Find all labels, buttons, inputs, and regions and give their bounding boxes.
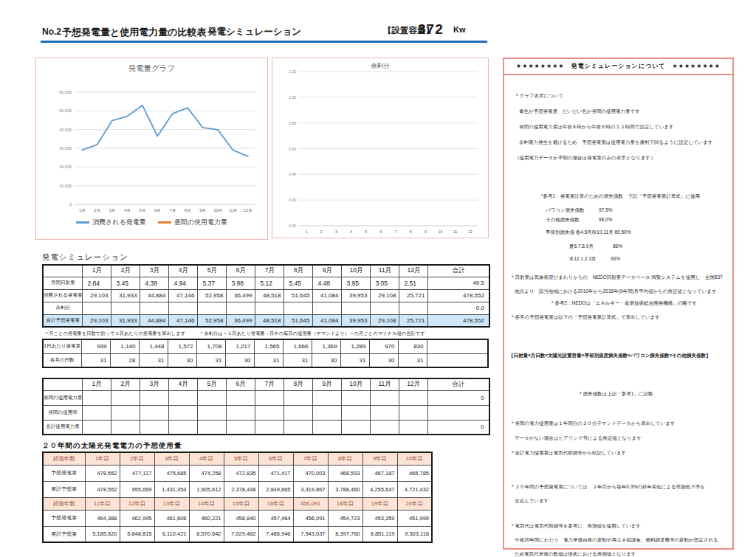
- page-title: 予想発電量と使用電力量の比較表: [62, 26, 207, 39]
- table-cell: 451,999: [397, 510, 432, 526]
- table-cell: 31: [340, 353, 369, 367]
- table-cell: 39,953: [342, 289, 371, 302]
- legend-label: 昼間の使用電力量: [174, 218, 227, 227]
- column-header: 13年目: [154, 497, 189, 510]
- row-label: 1日あたり発電量: [43, 339, 81, 353]
- svg-text:3: 3: [335, 229, 337, 234]
- table-cell: 5,185,820: [85, 526, 120, 542]
- column-header: 5月: [198, 265, 227, 277]
- column-header: 12年目: [120, 497, 154, 510]
- column-header: 3月: [140, 265, 169, 277]
- table-cell: [284, 405, 313, 420]
- row-label: 各月の日数: [43, 353, 81, 367]
- table-cell: 8,397,760: [328, 526, 362, 542]
- column-header: 4月: [169, 265, 198, 277]
- column-header: 8月: [284, 378, 313, 390]
- table-cell: 1,708: [196, 339, 225, 353]
- svg-text:5月: 5月: [140, 208, 146, 213]
- svg-text:30,000: 30,000: [59, 146, 72, 151]
- column-header: [43, 378, 83, 390]
- column-header: 8月: [284, 265, 313, 277]
- svg-text:8月: 8月: [185, 208, 191, 213]
- column-header: 4年目: [189, 452, 224, 465]
- info-line: ＊合計電力使用量は電気代明細等から転記しています: [510, 450, 732, 456]
- table-cell: 4.38: [140, 277, 169, 289]
- table-cell: 4,255,647: [362, 481, 397, 497]
- table-cell: [342, 390, 371, 405]
- table-cell: 4.48: [313, 277, 342, 289]
- table-cell: 1,217: [225, 339, 254, 353]
- table-row: 昼間の使用電力量0: [43, 390, 489, 405]
- row-label: 予想発電量: [43, 510, 85, 526]
- header-row: 1月2月3月4月5月6月7月8月9月10月11月12月合計: [43, 378, 489, 390]
- table-cell: [371, 405, 399, 420]
- table-cell: 454,723: [328, 510, 362, 526]
- info-line: 冬12.1.2.3月 93%: [569, 256, 732, 262]
- table-cell: 467,187: [362, 465, 397, 481]
- svg-text:0.80: 0.80: [289, 121, 296, 125]
- table-cell: [169, 302, 198, 314]
- table-cell: 465,785: [397, 465, 432, 481]
- svg-text:1: 1: [306, 229, 308, 234]
- row-label: 消費される発電量: [43, 289, 83, 302]
- column-header: 1月: [83, 378, 111, 390]
- column-header: 9月: [313, 378, 342, 390]
- table-cell: 30: [225, 353, 254, 367]
- info-line: 今後20年間にわたり 電力単価自体の変動や再エネ賦課金、燃料調達費等の変動が想定…: [515, 537, 732, 543]
- column-header: 11月: [371, 265, 399, 277]
- table-cell: [83, 420, 111, 435]
- svg-text:0.00: 0.00: [289, 224, 296, 228]
- info-line: 余剰電力発生を避けるため 予想発電量は使用電力量を原則下回るように設定しています: [519, 139, 732, 145]
- capacity-value: 372: [418, 21, 444, 38]
- column-header: 6月: [227, 265, 255, 277]
- column-header: 3月: [140, 378, 169, 390]
- table-cell: [83, 405, 111, 420]
- info-line: パワコン損失係数 97.5%: [546, 207, 732, 213]
- svg-text:9月: 9月: [199, 208, 206, 213]
- table-cell: 1,448: [139, 339, 168, 353]
- row-label: 経過年数: [43, 452, 85, 465]
- table-cell: 458,840: [224, 510, 258, 526]
- table-cell: 5.37: [198, 277, 227, 289]
- svg-text:10月: 10月: [213, 208, 222, 213]
- table-cell: [399, 420, 428, 435]
- table-cell: 478,552: [85, 481, 120, 497]
- table-cell: 29,108: [371, 289, 399, 302]
- table-cell: [83, 390, 111, 405]
- svg-text:3月: 3月: [109, 208, 116, 213]
- total-cell: 49.5: [428, 277, 489, 289]
- row-label: 累計予想量: [43, 481, 85, 497]
- row-label: 月間日射量: [43, 277, 83, 289]
- column-header: 4月: [169, 378, 198, 390]
- table-row: 合計予想発電量29,10331,93344,88447,14652,95836,…: [43, 314, 489, 327]
- table-cell: 3.45: [111, 277, 140, 289]
- column-header: 2月: [111, 378, 140, 390]
- table-cell: 36,499: [227, 314, 255, 327]
- svg-text:2月: 2月: [94, 208, 100, 213]
- generation-chart: 60,00050,00040,00030,00020,00010,00001月2…: [36, 58, 266, 238]
- svg-text:0.20: 0.20: [289, 198, 296, 202]
- table-cell: [371, 302, 399, 314]
- table-cell: [399, 390, 428, 405]
- column-header: 12月: [399, 265, 428, 277]
- column-header: 15年目: [224, 497, 258, 510]
- table-cell: 2.51: [399, 277, 428, 289]
- info-line: 見込んでいます: [515, 498, 732, 504]
- svg-text:2: 2: [320, 229, 323, 234]
- total-cell: [427, 339, 488, 353]
- svg-text:10,000: 10,000: [59, 184, 72, 188]
- svg-text:40,000: 40,000: [59, 128, 72, 132]
- column-header: 3年目: [154, 452, 189, 465]
- svg-text:6月: 6月: [154, 208, 161, 213]
- table-cell: [313, 405, 342, 420]
- info-line: その他損失係数 98.0%: [546, 217, 732, 223]
- column-header: 6年目: [258, 452, 293, 465]
- year-header-row: 経過年数1年目2年目3年目4年目5年目6年目7年目8年目9年目10年目: [43, 452, 432, 465]
- column-header: 18年目: [328, 497, 362, 510]
- table-cell: [198, 302, 227, 314]
- svg-text:11: 11: [453, 229, 457, 234]
- table-cell: 468,593: [328, 465, 362, 481]
- table-cell: 44,884: [140, 314, 169, 327]
- table-cell: 474,258: [189, 465, 224, 481]
- table-cell: 47,146: [169, 289, 198, 302]
